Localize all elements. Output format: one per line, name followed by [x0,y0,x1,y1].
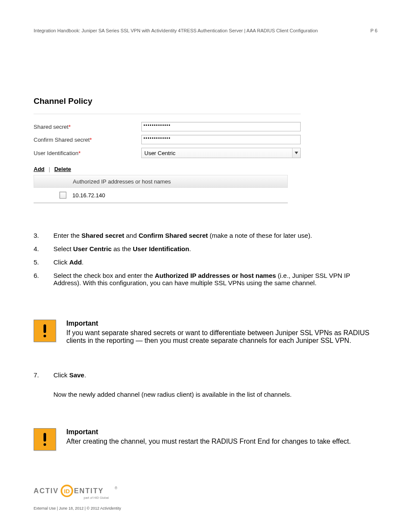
svg-rect-2 [44,433,46,442]
step-number: 7. [34,371,53,379]
svg-text:ACTIV: ACTIV [34,487,59,495]
row-user-identification: User Identification* User Centric [34,148,301,158]
user-identification-select[interactable]: User Centric [141,148,301,158]
divider [34,114,301,114]
callout-title: Important [66,320,377,327]
user-identification-label: User Identification* [34,150,141,156]
ip-table-row: 10.16.72.140 [34,188,288,203]
page-footer: ACTIV ID ENTITY ® part of HID Global Ext… [34,485,377,510]
important-note-1: Important If you want separate shared se… [34,320,377,345]
callout-title: Important [66,428,351,436]
svg-point-3 [44,443,46,446]
step-extra-text: Now the newly added channel (new radius … [53,391,377,398]
svg-text:ENTITY: ENTITY [74,487,104,495]
steps-block-2: 7. Click Save. Now the newly added chann… [34,371,377,398]
callout-body: If you want separate shared secrets or w… [66,329,377,345]
ip-value: 10.16.72.140 [72,192,105,199]
channel-policy-panel: Channel Policy Shared secret* ••••••••••… [34,78,301,203]
step-number: 4. [34,245,53,252]
ip-row-checkbox[interactable] [59,192,66,199]
step-number: 6. [34,272,53,286]
step-text: Click Save. [53,371,377,379]
row-shared-secret: Shared secret* ••••••••••••• [34,122,301,131]
panel-title: Channel Policy [34,78,301,106]
action-separator: | [46,166,53,172]
step-text: Select the check box and enter the Autho… [53,272,377,286]
step-number: 5. [34,258,53,266]
warning-icon [34,320,56,342]
logo-icon: ACTIV ID ENTITY ® part of HID Global [34,485,120,502]
shared-secret-input[interactable]: ••••••••••••• [141,122,301,131]
confirm-shared-secret-label: Confirm Shared secret* [34,137,141,143]
svg-text:®: ® [115,486,117,490]
step-text: Click Add. [53,258,377,266]
svg-point-1 [44,335,46,337]
important-note-2: Important After creating the channel, yo… [34,428,377,451]
footer-legal: External Use | June 18, 2012 | © 2012 Ac… [34,506,121,510]
logo: ACTIV ID ENTITY ® part of HID Global [34,485,377,504]
add-delete-actions: Add | Delete [34,166,301,172]
steps-block-1: 3. Enter the Shared secret and Confirm S… [34,232,377,292]
chevron-down-icon [292,148,300,158]
header-left-text: Integration Handbook: Juniper SA Series … [34,28,318,33]
warning-icon [34,428,56,451]
shared-secret-label: Shared secret* [34,124,141,130]
row-confirm-shared-secret: Confirm Shared secret* ••••••••••••• [34,135,301,144]
svg-text:part of HID Global: part of HID Global [84,496,109,500]
confirm-shared-secret-input[interactable]: ••••••••••••• [141,135,301,144]
ip-table-header: Authorized IP addresses or host names [34,175,288,188]
svg-text:ID: ID [64,488,70,495]
step-text: Enter the Shared secret and Confirm Shar… [53,232,377,239]
svg-rect-0 [44,324,46,333]
add-link[interactable]: Add [34,166,44,172]
step-number: 3. [34,232,53,239]
header-page-number: P 6 [371,28,377,33]
step-text: Select User Centric as the User Identifi… [53,245,377,252]
callout-body: After creating the channel, you must res… [66,438,351,445]
delete-link[interactable]: Delete [54,166,71,172]
